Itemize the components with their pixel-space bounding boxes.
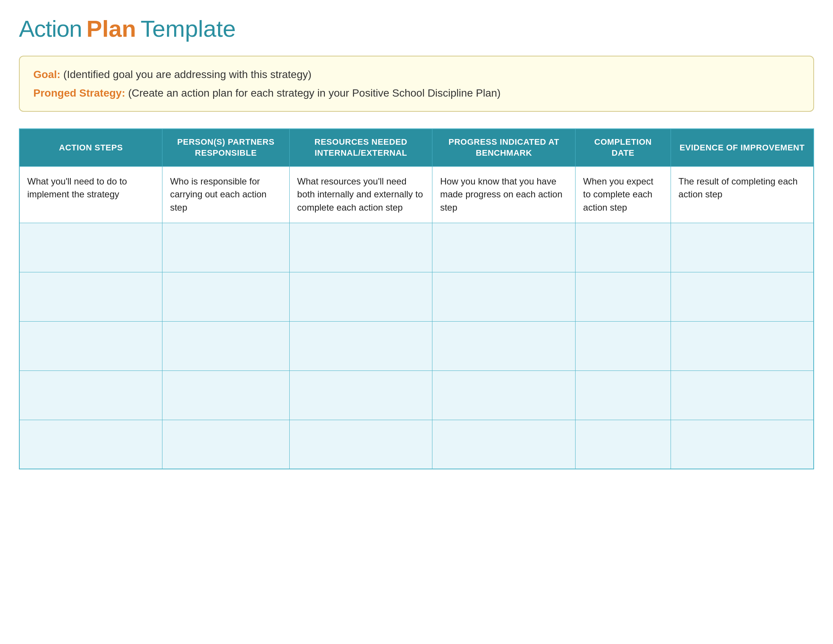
cell-progress-4 <box>433 370 576 420</box>
cell-action-2 <box>19 272 162 321</box>
title-action: Action <box>19 15 82 42</box>
page-title: Action Plan Template <box>19 15 814 42</box>
cell-completion-2 <box>576 272 671 321</box>
title-plan: Plan <box>86 15 136 42</box>
action-plan-table: Action Steps Person(s) Partners Responsi… <box>19 129 814 469</box>
table-row-description: What you'll need to do to implement the … <box>19 166 814 223</box>
header-completion: Completion Date <box>576 129 671 166</box>
cell-evidence-3 <box>671 321 814 370</box>
cell-action-5 <box>19 420 162 469</box>
cell-progress-3 <box>433 321 576 370</box>
cell-resources-4 <box>289 370 433 420</box>
goal-text: (Identified goal you are addressing with… <box>63 69 311 80</box>
cell-persons-description: Who is responsible for carrying out each… <box>162 166 289 223</box>
cell-evidence-description: The result of completing each action ste… <box>671 166 814 223</box>
cell-action-description: What you'll need to do to implement the … <box>19 166 162 223</box>
table-header-row: Action Steps Person(s) Partners Responsi… <box>19 129 814 166</box>
table-row <box>19 370 814 420</box>
cell-action-4 <box>19 370 162 420</box>
cell-persons-2 <box>162 272 289 321</box>
goal-box: Goal: (Identified goal you are addressin… <box>19 56 814 112</box>
cell-persons-5 <box>162 420 289 469</box>
cell-completion-3 <box>576 321 671 370</box>
table-row <box>19 272 814 321</box>
cell-evidence-5 <box>671 420 814 469</box>
header-persons: Person(s) Partners Responsible <box>162 129 289 166</box>
pronged-text: (Create an action plan for each strategy… <box>128 87 500 99</box>
header-progress: Progress Indicated at Benchmark <box>433 129 576 166</box>
cell-action-3 <box>19 321 162 370</box>
header-resources: Resources Needed Internal/External <box>289 129 433 166</box>
cell-evidence-4 <box>671 370 814 420</box>
cell-persons-3 <box>162 321 289 370</box>
header-action-steps: Action Steps <box>19 129 162 166</box>
cell-progress-description: How you know that you have made progress… <box>433 166 576 223</box>
pronged-line: Pronged Strategy: (Create an action plan… <box>33 85 800 100</box>
cell-progress-2 <box>433 272 576 321</box>
pronged-label: Pronged Strategy: <box>33 87 125 99</box>
goal-label: Goal: <box>33 69 61 80</box>
cell-evidence-2 <box>671 272 814 321</box>
cell-completion-4 <box>576 370 671 420</box>
cell-persons-4 <box>162 370 289 420</box>
goal-line: Goal: (Identified goal you are addressin… <box>33 67 800 82</box>
title-template: Template <box>140 15 236 42</box>
cell-evidence-1 <box>671 223 814 272</box>
table-row <box>19 420 814 469</box>
cell-resources-1 <box>289 223 433 272</box>
cell-completion-description: When you expect to complete each action … <box>576 166 671 223</box>
cell-progress-5 <box>433 420 576 469</box>
cell-resources-5 <box>289 420 433 469</box>
cell-completion-1 <box>576 223 671 272</box>
cell-action-1 <box>19 223 162 272</box>
cell-resources-2 <box>289 272 433 321</box>
header-evidence: Evidence of Improvement <box>671 129 814 166</box>
cell-progress-1 <box>433 223 576 272</box>
cell-completion-5 <box>576 420 671 469</box>
cell-resources-description: What resources you'll need both internal… <box>289 166 433 223</box>
table-row <box>19 321 814 370</box>
table-row <box>19 223 814 272</box>
cell-resources-3 <box>289 321 433 370</box>
cell-persons-1 <box>162 223 289 272</box>
